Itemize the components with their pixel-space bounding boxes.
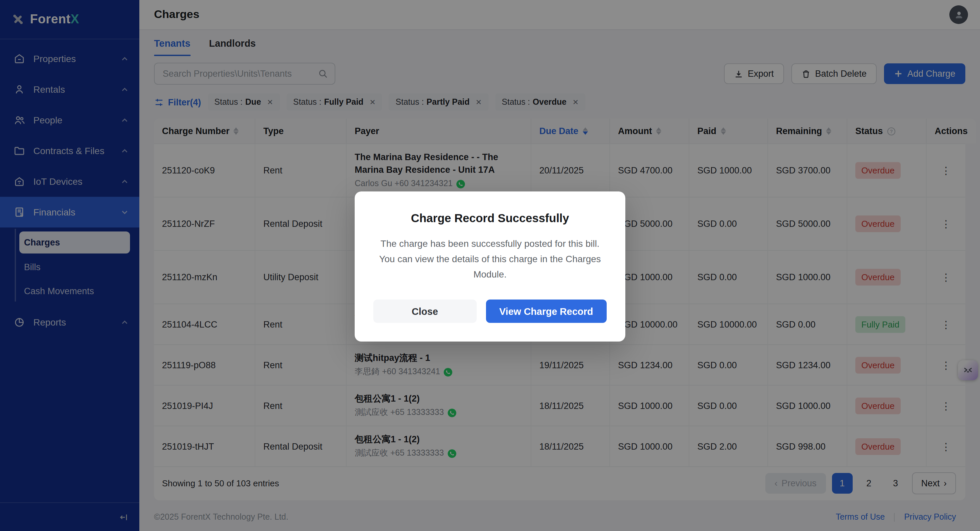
charge-success-modal: Charge Record Successfully The charge ha… (355, 191, 625, 342)
view-charge-record-button[interactable]: View Charge Record (486, 300, 607, 323)
modal-title: Charge Record Successfully (373, 212, 607, 225)
modal-buttons: Close View Charge Record (373, 300, 607, 323)
modal-body-text: The charge has been successfully posted … (373, 236, 607, 282)
app: ForentX Properties Rentals People Contra… (0, 0, 980, 531)
close-button[interactable]: Close (373, 300, 476, 323)
